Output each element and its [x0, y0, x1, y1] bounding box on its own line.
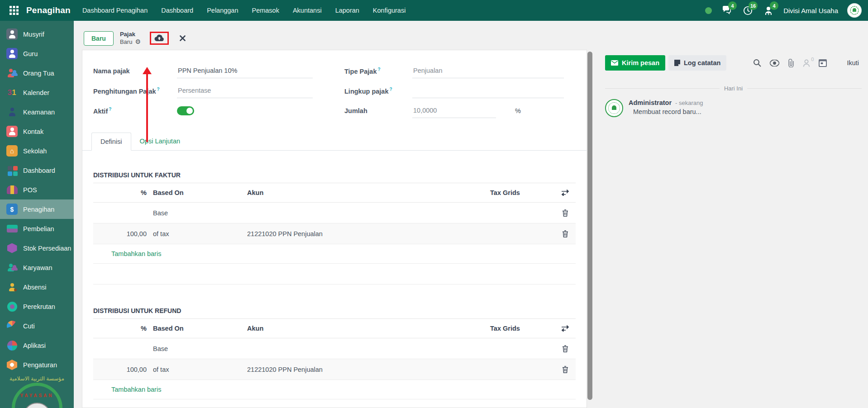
sidebar-item-cuti[interactable]: Cuti — [0, 316, 74, 336]
col-based-on[interactable]: Based On — [152, 325, 247, 332]
pengaturan-icon — [6, 359, 18, 370]
col-tax-grids[interactable]: Tax Grids — [455, 189, 555, 196]
message-avatar — [605, 99, 623, 117]
cell-percent[interactable]: 100,00 — [111, 230, 152, 237]
sidebar-item-sekolah[interactable]: ⌂ Sekolah — [0, 141, 74, 161]
gear-icon[interactable]: ⚙ — [135, 38, 141, 46]
sekolah-icon: ⌂ — [6, 145, 18, 157]
cell-based-on[interactable]: of tax — [152, 366, 247, 373]
col-based-on[interactable]: Based On — [152, 189, 247, 196]
form-pane: Baru Pajak Baru ⚙ — [74, 21, 595, 408]
foundation-logo: مؤسسة التربية الاسلامية YAYASAN — [0, 375, 74, 408]
table-row: Base — [93, 338, 576, 359]
sidebar-item-pembelian[interactable]: Pembelian — [0, 219, 74, 238]
cell-akun[interactable]: 21221020 PPN Penjualan — [247, 230, 455, 237]
activities-badge[interactable]: 16 — [749, 1, 758, 10]
clock-icon[interactable]: 16 — [742, 5, 754, 16]
add-row-link-refund[interactable]: Tambahkan baris — [93, 380, 576, 399]
vertical-scrollbar[interactable] — [587, 52, 592, 400]
sidebar-item-stok-persediaan[interactable]: Stok Persediaan — [0, 238, 74, 258]
follow-button[interactable]: Ikuti — [847, 59, 859, 66]
sidebar-item-label: Pembelian — [23, 225, 54, 232]
envelope-icon — [611, 60, 618, 66]
col-akun[interactable]: Akun — [247, 325, 455, 332]
sidebar-item-aplikasi[interactable]: Aplikasi — [0, 336, 74, 355]
lingkup-pajak-input[interactable] — [412, 84, 564, 98]
sidebar-item-keamanan[interactable]: Keamanan — [0, 102, 74, 122]
send-message-button[interactable]: Kirim pesan — [605, 55, 665, 71]
apps-grid-icon[interactable] — [6, 3, 22, 18]
cell-akun[interactable]: 21221020 PPN Penjualan — [247, 366, 455, 373]
messages-badge[interactable]: 4 — [728, 1, 737, 10]
requests-badge[interactable]: 4 — [770, 1, 778, 10]
trash-icon[interactable] — [555, 209, 576, 217]
trash-icon[interactable] — [555, 230, 576, 237]
add-row-link-faktur[interactable]: Tambahkan baris — [93, 244, 576, 264]
breadcrumb-model[interactable]: Pajak — [120, 31, 141, 38]
sales-person-icon[interactable]: $ 4 — [763, 5, 774, 16]
trash-icon[interactable] — [555, 366, 576, 373]
menu-pelanggan[interactable]: Pelanggan — [207, 7, 238, 14]
trash-icon[interactable] — [555, 345, 576, 352]
optional-columns-icon[interactable] — [555, 325, 576, 332]
nama-pajak-input[interactable]: PPN Penjualan 10% — [177, 64, 313, 78]
sidebar-item-label: Dashboard — [23, 167, 55, 174]
message-author[interactable]: Administrator — [629, 99, 672, 106]
company-name[interactable]: Divisi Amal Usaha — [783, 7, 838, 14]
col-akun[interactable]: Akun — [247, 189, 455, 196]
sidebar-item-kalender[interactable]: 31 Kalender — [0, 83, 74, 102]
cell-based-on[interactable]: of tax — [152, 230, 247, 237]
cell-percent[interactable]: 100,00 — [111, 366, 152, 373]
menu-dashboard[interactable]: Dashboard — [161, 7, 193, 14]
search-icon[interactable] — [753, 59, 761, 67]
menu-laporan[interactable]: Laporan — [335, 7, 359, 14]
tab-opsi-lanjutan[interactable]: Opsi Lanjutan — [131, 133, 189, 150]
penghitungan-pajak-select[interactable]: Persentase — [177, 84, 313, 98]
list-header: % Based On Akun Tax Grids — [93, 183, 576, 203]
sidebar-item-penagihan[interactable]: $ Penagihan — [0, 199, 74, 219]
aplikasi-icon — [6, 340, 18, 351]
menu-konfigurasi[interactable]: Konfigurasi — [373, 7, 406, 14]
cell-based-on[interactable]: Base — [152, 209, 247, 217]
menu-pemasok[interactable]: Pemasok — [252, 7, 279, 14]
sidebar-item-label: Stok Persediaan — [23, 245, 71, 252]
new-button[interactable]: Baru — [84, 31, 114, 46]
section-title-faktur: DISTRIBUSI UNTUK FAKTUR — [93, 171, 576, 183]
cell-based-on[interactable]: Base — [152, 345, 247, 352]
sidebar-item-kontak[interactable]: Kontak — [0, 122, 74, 141]
sidebar-item-label: Orang Tua — [23, 70, 54, 77]
tab-definisi[interactable]: Definisi — [91, 133, 131, 151]
paperclip-icon[interactable] — [788, 59, 794, 67]
kalender-icon: 31 — [6, 87, 18, 98]
jumlah-input[interactable]: 10,0000 — [412, 104, 496, 118]
chat-icon[interactable]: 4 — [721, 5, 733, 16]
log-note-button[interactable]: Log catatan — [668, 55, 726, 71]
sidebar-item-orang-tua[interactable]: Orang Tua — [0, 63, 74, 83]
sidebar-item-dashboard[interactable]: Dashboard — [0, 161, 74, 180]
tipe-pajak-select[interactable]: Penjualan — [412, 64, 564, 78]
sidebar-item-musyrif[interactable]: Musyrif — [0, 24, 74, 44]
menu-akuntansi[interactable]: Akuntansi — [293, 7, 322, 14]
optional-columns-icon[interactable] — [555, 190, 576, 196]
eye-icon[interactable] — [770, 60, 779, 66]
cloud-save-icon[interactable] — [154, 34, 164, 42]
sidebar-item-pengaturan[interactable]: Pengaturan — [0, 355, 74, 375]
sidebar-item-pos[interactable]: POS — [0, 180, 74, 199]
aktif-toggle[interactable] — [177, 106, 194, 115]
sidebar-item-guru[interactable]: Guru — [0, 44, 74, 63]
user-avatar[interactable] — [847, 3, 862, 18]
col-percent[interactable]: % — [111, 189, 152, 196]
col-percent[interactable]: % — [111, 325, 152, 332]
app-title[interactable]: Penagihan — [26, 5, 71, 15]
breadcrumb: Baru Pajak Baru ⚙ — [74, 21, 595, 50]
help-icon: ? — [157, 87, 160, 92]
dashboard-icon — [6, 165, 18, 176]
col-tax-grids[interactable]: Tax Grids — [455, 325, 555, 332]
calendar-icon[interactable] — [819, 59, 827, 67]
sidebar-item-karyawan[interactable]: Karyawan — [0, 258, 74, 277]
discard-x-icon[interactable] — [180, 35, 186, 41]
followers-icon[interactable]: 0 — [803, 59, 810, 67]
sidebar-item-absensi[interactable]: Absensi — [0, 277, 74, 297]
menu-dashboard-penagihan[interactable]: Dashboard Penagihan — [82, 7, 148, 14]
sidebar-item-perekrutan[interactable]: Perekrutan — [0, 297, 74, 316]
